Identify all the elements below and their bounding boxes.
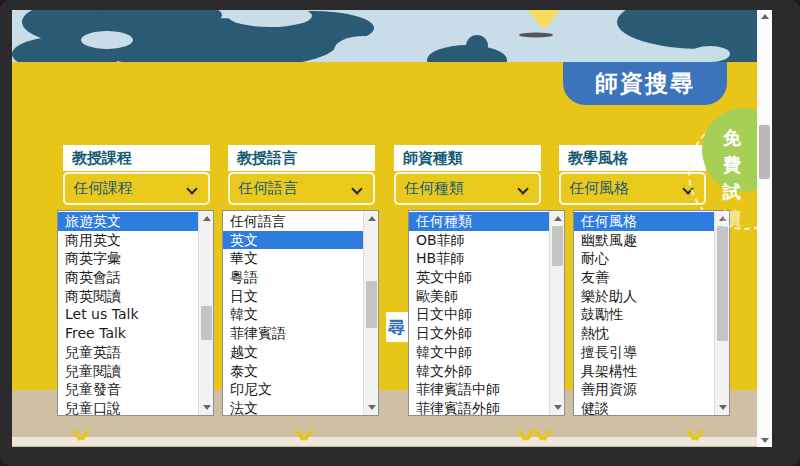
dropdown-option[interactable]: 兒童閱讀: [58, 362, 198, 381]
scroll-down-icon[interactable]: [761, 438, 769, 443]
list-scrollbar[interactable]: [714, 211, 729, 415]
filter-label-3: 教學風格: [559, 145, 706, 171]
selected-value: 任何風格: [569, 179, 629, 197]
dropdown-option[interactable]: 韓文中師: [409, 343, 549, 362]
dropdown-option[interactable]: 越文: [223, 343, 363, 362]
chevron-down-icon: [351, 183, 362, 194]
dropdown-option[interactable]: 具架構性: [574, 362, 714, 381]
badge-char: 讀: [723, 205, 741, 232]
window-frame: [772, 0, 800, 466]
dropdown-option[interactable]: 日文中師: [409, 305, 549, 324]
dropdown-option[interactable]: 任何風格: [574, 212, 714, 231]
dropdown-option[interactable]: 善用資源: [574, 380, 714, 399]
dropdown-option[interactable]: 友善: [574, 268, 714, 287]
scroll-up-icon[interactable]: [199, 211, 214, 225]
filter-select-3[interactable]: 任何風格: [559, 172, 706, 205]
window-frame: [0, 0, 12, 466]
dropdown-option[interactable]: 歐美師: [409, 287, 549, 306]
scroll-down-icon[interactable]: [199, 401, 214, 415]
filter-label-2: 師資種類: [394, 145, 541, 171]
list-scrollbar-thumb[interactable]: [201, 306, 212, 340]
dropdown-option[interactable]: 商英字彙: [58, 249, 198, 268]
window-frame: [0, 0, 800, 10]
dropdown-option[interactable]: 韓文: [223, 305, 363, 324]
dropdown-option[interactable]: 兒童口說: [58, 399, 198, 416]
dropdown-list-2: 任何種類OB菲師HB菲師英文中師歐美師日文中師日文外師韓文中師韓文外師菲律賓語中…: [408, 210, 565, 416]
dropdown-option[interactable]: HB菲師: [409, 249, 549, 268]
list-scrollbar-thumb[interactable]: [366, 281, 377, 328]
dropdown-option[interactable]: 耐心: [574, 249, 714, 268]
dropdown-option[interactable]: 菲律賓語: [223, 324, 363, 343]
decorative-v-mark: [688, 429, 702, 440]
list-scrollbar-thumb[interactable]: [552, 226, 563, 266]
chevron-down-icon: [186, 183, 197, 194]
filter-select-1[interactable]: 任何語言: [228, 172, 375, 205]
dropdown-option[interactable]: 旅遊英文: [58, 212, 198, 231]
scroll-up-icon[interactable]: [364, 211, 379, 225]
dropdown-option[interactable]: 商英會話: [58, 268, 198, 287]
vertical-scrollbar[interactable]: [757, 10, 772, 447]
plane-icon: [519, 33, 553, 38]
dropdown-option[interactable]: 商用英文: [58, 231, 198, 250]
decorative-v-mark: [297, 429, 311, 440]
scroll-down-icon[interactable]: [715, 401, 730, 415]
dropdown-option[interactable]: 兒童發音: [58, 380, 198, 399]
dropdown-option[interactable]: 粵語: [223, 268, 363, 287]
dropdown-list-3: 任何風格幽默風趣耐心友善樂於助人鼓勵性熱忱擅長引導具架構性善用資源健談: [573, 210, 730, 416]
dropdown-list-0: 旅遊英文商用英文商英字彙商英會話商英閱讀Let us TalkFree Talk…: [57, 210, 214, 416]
decorative-v-mark: [536, 429, 550, 440]
list-scrollbar[interactable]: [363, 211, 378, 415]
dropdown-option[interactable]: 泰文: [223, 362, 363, 381]
dropdown-option[interactable]: Free Talk: [58, 324, 198, 343]
dropdown-option[interactable]: 幽默風趣: [574, 231, 714, 250]
chevron-down-icon: [517, 183, 528, 194]
decorative-v-mark: [519, 429, 533, 440]
list-scrollbar[interactable]: [549, 211, 564, 415]
scroll-up-icon[interactable]: [761, 14, 769, 19]
dropdown-option[interactable]: 英文: [223, 231, 363, 250]
dropdown-option[interactable]: 任何種類: [409, 212, 549, 231]
filter-select-0[interactable]: 任何課程: [63, 172, 210, 205]
dropdown-option[interactable]: 菲律賓語外師: [409, 399, 549, 416]
dropdown-option[interactable]: 熱忱: [574, 324, 714, 343]
dropdown-option[interactable]: 商英閱讀: [58, 287, 198, 306]
dropdown-option[interactable]: 日文外師: [409, 324, 549, 343]
page-title: 師資搜尋: [595, 68, 695, 99]
filter-select-2[interactable]: 任何種類: [394, 172, 541, 205]
dropdown-option[interactable]: 英文中師: [409, 268, 549, 287]
dropdown-option[interactable]: 印尼文: [223, 380, 363, 399]
list-scrollbar[interactable]: [198, 211, 213, 415]
dropdown-option[interactable]: 日文: [223, 287, 363, 306]
dropdown-option[interactable]: 擅長引導: [574, 343, 714, 362]
badge-char: 試: [723, 178, 741, 205]
browser-window: 師資搜尋 免 費 試 讀 尋 教授課程任何課程旅遊英文商用英文商英字彙商英會話商…: [0, 0, 800, 466]
scroll-down-icon[interactable]: [364, 401, 379, 415]
dropdown-option[interactable]: 韓文外師: [409, 362, 549, 381]
scroll-up-icon[interactable]: [550, 211, 565, 225]
dropdown-option[interactable]: Let us Talk: [58, 305, 198, 324]
decorative-v-mark: [74, 429, 88, 440]
dropdown-option[interactable]: 樂於助人: [574, 287, 714, 306]
dropdown-option[interactable]: 菲律賓語中師: [409, 380, 549, 399]
vertical-scrollbar-thumb[interactable]: [759, 125, 770, 179]
dropdown-option[interactable]: 兒童英語: [58, 343, 198, 362]
horizontal-scrollbar[interactable]: [12, 437, 757, 447]
scroll-down-icon[interactable]: [550, 401, 565, 415]
list-scrollbar-thumb[interactable]: [717, 226, 728, 341]
free-trial-badge-label[interactable]: 免 費 試 讀: [714, 124, 750, 232]
dropdown-option[interactable]: 華文: [223, 249, 363, 268]
world-map-banner: [12, 10, 758, 62]
dropdown-option[interactable]: 鼓勵性: [574, 305, 714, 324]
dropdown-option[interactable]: 健談: [574, 399, 714, 416]
selected-value: 任何種類: [404, 179, 464, 197]
dropdown-list-1: 任何語言英文華文粵語日文韓文菲律賓語越文泰文印尼文法文: [222, 210, 379, 416]
badge-char: 免: [723, 124, 741, 151]
balloon-icon: [528, 10, 560, 30]
dropdown-option[interactable]: OB菲師: [409, 231, 549, 250]
selected-value: 任何語言: [238, 179, 298, 197]
window-frame: [0, 448, 800, 466]
world-map-illustration: [12, 10, 758, 62]
badge-char: 費: [723, 151, 741, 178]
dropdown-option[interactable]: 法文: [223, 399, 363, 416]
dropdown-option[interactable]: 任何語言: [223, 212, 363, 231]
